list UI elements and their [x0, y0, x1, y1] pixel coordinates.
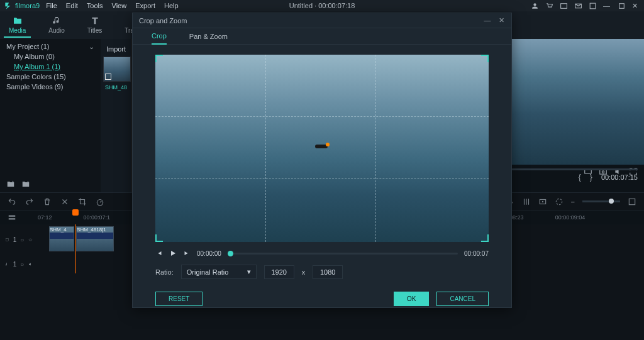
playhead-line[interactable]: [75, 224, 76, 273]
cancel-button[interactable]: CANCEL: [436, 292, 489, 306]
mark-in-icon[interactable]: {: [579, 173, 581, 182]
folder-icon: [13, 16, 23, 26]
next-frame-icon[interactable]: [183, 250, 191, 257]
video-content: [315, 145, 328, 148]
play-badge-icon: [105, 74, 111, 80]
play-icon[interactable]: [169, 250, 177, 257]
undo-icon[interactable]: [8, 197, 16, 206]
music-icon: [52, 16, 62, 26]
project-title: Untitled · 00:00:07:18: [289, 2, 355, 9]
ratio-dropdown[interactable]: Original Ratio ▾: [181, 265, 257, 279]
prev-frame-icon[interactable]: [155, 250, 163, 257]
media-thumbnail[interactable]: [103, 57, 131, 82]
svg-rect-15: [6, 238, 9, 241]
modal-time-current: 00:00:00: [197, 250, 221, 257]
reset-button[interactable]: RESET: [155, 292, 203, 306]
svg-rect-0: [561, 3, 567, 8]
grid-line: [375, 55, 376, 242]
render-icon[interactable]: [555, 197, 564, 206]
minimize-icon[interactable]: —: [603, 2, 611, 10]
thumbnail-name: SHM_48: [103, 84, 129, 90]
mark-out-icon[interactable]: }: [590, 173, 592, 182]
ruler-tick: 00:00:09:04: [555, 214, 586, 221]
track-number: 1: [13, 261, 17, 268]
menu-tools[interactable]: Tools: [87, 2, 103, 9]
redo-icon[interactable]: [25, 197, 34, 206]
tree-item-samplecolors[interactable]: Sample Colors (15): [3, 72, 98, 82]
crop-preview[interactable]: [155, 55, 489, 242]
width-input[interactable]: [264, 265, 294, 279]
dialog-tabs: Crop Pan & Zoom: [133, 28, 511, 45]
menu-export[interactable]: Export: [135, 2, 155, 9]
filmora-logo-icon: [4, 1, 13, 10]
project-tree: My Project (1)⌄ My Album (0) My Album 1 …: [0, 39, 101, 192]
import-label[interactable]: Import: [103, 45, 129, 53]
maximize-icon[interactable]: [618, 2, 626, 10]
speed-icon[interactable]: [96, 197, 104, 206]
eye-icon[interactable]: [28, 236, 33, 243]
tree-item-myalbum[interactable]: My Album (0): [3, 52, 98, 62]
tree-item-myalbum1[interactable]: My Album 1 (1): [3, 62, 98, 72]
top-menubar: filmora9 File Edit Tools View Export Hel…: [0, 0, 644, 11]
message-icon[interactable]: [560, 2, 568, 10]
folder-remove-icon[interactable]: [21, 180, 30, 189]
video-clip[interactable]: SHM_4: [49, 226, 74, 251]
ruler-tick: 07:12: [38, 214, 52, 221]
modal-time-total: 00:00:07: [464, 250, 489, 257]
track-number: 1: [13, 236, 17, 243]
close-icon[interactable]: ✕: [632, 2, 640, 10]
cart-icon[interactable]: [545, 2, 553, 10]
tree-item-myproject[interactable]: My Project (1)⌄: [3, 41, 98, 52]
mode-tab-titles[interactable]: Titles: [82, 13, 108, 38]
speaker-icon[interactable]: [28, 261, 33, 268]
height-input[interactable]: [313, 265, 343, 279]
zoom-slider[interactable]: [582, 200, 620, 202]
ok-button[interactable]: OK: [394, 292, 429, 306]
account-icon[interactable]: [531, 2, 539, 10]
mixer-icon[interactable]: [522, 197, 531, 206]
menu-file[interactable]: File: [46, 2, 57, 9]
menu-edit[interactable]: Edit: [66, 2, 78, 9]
delete-icon[interactable]: [43, 197, 52, 206]
mode-tab-media[interactable]: Media: [4, 13, 31, 38]
video-clip[interactable]: SHM_4818[1: [76, 226, 114, 251]
tree-item-samplevideos[interactable]: Sample Videos (9): [3, 82, 98, 92]
dialog-minimize-icon[interactable]: —: [484, 16, 491, 25]
folder-add-icon[interactable]: [6, 180, 15, 189]
audio-track-header[interactable]: 1: [0, 255, 38, 273]
menu-view[interactable]: View: [112, 2, 127, 9]
timeline-view-icon[interactable]: [8, 213, 16, 222]
save-icon[interactable]: [589, 2, 597, 10]
main-menu: File Edit Tools View Export Help: [46, 2, 178, 9]
zoom-out-icon[interactable]: −: [571, 198, 575, 206]
crop-handle-bl[interactable]: [155, 234, 163, 242]
marker-icon[interactable]: [538, 197, 547, 206]
tab-crop[interactable]: Crop: [152, 28, 167, 45]
dialog-close-icon[interactable]: ✕: [497, 16, 505, 25]
crop-tool-icon[interactable]: [78, 197, 87, 206]
preview-timecode: 00:00:07:15: [601, 173, 638, 181]
tab-pan-zoom[interactable]: Pan & Zoom: [189, 28, 228, 45]
mode-tab-audio[interactable]: Audio: [43, 13, 70, 38]
grid-line: [155, 178, 489, 179]
note-icon: [5, 261, 9, 268]
menu-help[interactable]: Help: [164, 2, 179, 9]
svg-rect-3: [619, 3, 625, 8]
dialog-titlebar[interactable]: Crop and Zoom — ✕: [133, 13, 511, 28]
playhead-marker[interactable]: [72, 209, 79, 216]
mail-icon[interactable]: [574, 2, 582, 10]
lock-icon[interactable]: [20, 236, 25, 243]
crop-handle-br[interactable]: [481, 234, 489, 242]
chevron-down-icon[interactable]: ⌄: [89, 43, 94, 51]
lock-icon[interactable]: [20, 261, 25, 268]
video-track-header[interactable]: 1: [0, 224, 38, 255]
crop-handle-tl[interactable]: [155, 55, 163, 62]
modal-seek-slider[interactable]: [228, 253, 458, 255]
film-icon: [5, 236, 9, 243]
crop-handle-tr[interactable]: [481, 55, 489, 62]
crop-zoom-dialog: Crop and Zoom — ✕ Crop Pan & Zoom 00:00:…: [132, 13, 512, 308]
zoom-fit-icon[interactable]: [628, 197, 636, 206]
split-icon[interactable]: [60, 197, 69, 206]
svg-point-7: [97, 199, 103, 205]
svg-rect-13: [9, 216, 16, 217]
